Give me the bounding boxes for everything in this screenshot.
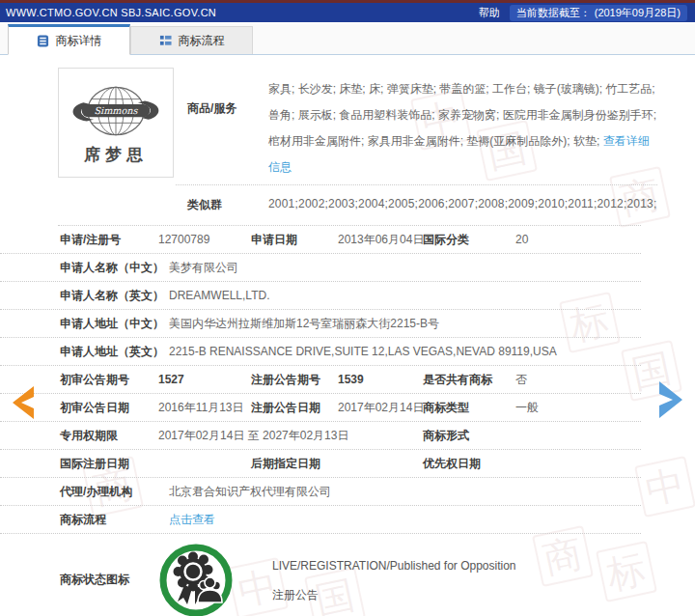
tab-label: 商标详情	[56, 33, 102, 49]
similar-group-label: 类似群	[176, 185, 268, 213]
shared-label: 是否共有商标	[423, 372, 515, 388]
intl-reg-date-label: 国际注册日期	[60, 456, 158, 472]
addr-cn-value: 美国内华达州拉斯维加斯12号室瑞丽森大街2215-B号	[158, 316, 641, 332]
logo-cn-text: 席梦思	[84, 144, 148, 166]
table-row: 初审公告期号 1527 注册公告期号 1539 是否共有商标 否	[0, 366, 641, 394]
applicant-cn-label: 申请人名称（中文）	[60, 260, 158, 276]
table-row: 专用权期限 2017年02月14日 至 2027年02月13日 商标形式	[0, 422, 641, 450]
site-urls: WWW.CTMO.GOV.CN SBJ.SAIC.GOV.CN	[6, 7, 216, 18]
tm-form-label: 商标形式	[423, 428, 515, 444]
reg-ann-date-value: 2017年02月14日	[338, 400, 423, 416]
list-bullets-icon	[159, 35, 172, 47]
tabbar: 商标详情 商标流程	[0, 24, 695, 55]
app-date-value: 2013年06月04日	[338, 232, 423, 248]
addr-cn-label: 申请人地址（中文）	[60, 316, 158, 332]
exclusive-label: 专用权期限	[60, 428, 158, 444]
reg-ann-no-label: 注册公告期号	[251, 372, 338, 388]
process-view-link[interactable]: 点击查看	[158, 512, 641, 528]
prelim-no-label: 初审公告期号	[60, 372, 158, 388]
data-as-of-date: (2019年09月28日)	[595, 6, 681, 20]
applicant-cn-value: 美梦有限公司	[158, 260, 641, 276]
table-row: 商标流程 点击查看	[0, 506, 641, 534]
topbar: WWW.CTMO.GOV.CN SBJ.SAIC.GOV.CN 帮助 当前数据截…	[0, 3, 695, 22]
tm-type-label: 商标类型	[423, 400, 515, 416]
trademark-logo: Simmons 席梦思	[58, 68, 174, 178]
goods-text: 家具; 长沙发; 床垫; 床; 弹簧床垫; 带盖的篮; 工作台; 镜子(玻璃镜)…	[268, 82, 656, 148]
goods-bottom-separator	[58, 213, 641, 226]
next-arrow-button[interactable]	[654, 378, 685, 422]
table-row: 申请/注册号 12700789 申请日期 2013年06月04日 国际分类 20	[0, 226, 641, 254]
intl-class-label: 国际分类	[423, 232, 515, 248]
content-area: 中 国 商 标 国 商 中 国 商 标 中	[0, 55, 695, 616]
process-label: 商标流程	[60, 512, 158, 528]
similar-group-value: 2001;2002;2003;2004;2005;2006;2007;2008;…	[268, 185, 657, 213]
prelim-date-label: 初审公告日期	[60, 400, 158, 416]
table-row: 申请人名称（英文） DREAMWELL,LTD.	[0, 282, 641, 310]
tm-type-value: 一般	[515, 400, 641, 416]
document-list-icon	[37, 35, 49, 47]
applicant-en-value: DREAMWELL,LTD.	[158, 289, 641, 302]
status-en-text: LIVE/REGISTRATION/Published for Oppositi…	[272, 551, 641, 580]
agent-label: 代理/办理机构	[60, 484, 158, 500]
addr-en-label: 申请人地址（英文）	[60, 344, 158, 360]
prev-arrow-button[interactable]	[8, 383, 37, 422]
applicant-en-label: 申请人名称（英文）	[60, 288, 158, 304]
data-date-pill: 当前数据截至： (2019年09月28日)	[510, 5, 687, 21]
reg-ann-no-value: 1539	[338, 373, 423, 386]
goods-label: 商品/服务	[176, 68, 268, 181]
tab-trademark-details[interactable]: 商标详情	[8, 24, 130, 55]
agent-value: 北京君合知识产权代理有限公司	[158, 484, 641, 500]
help-link[interactable]: 帮助	[479, 6, 500, 20]
tab-trademark-process[interactable]: 商标流程	[130, 26, 253, 54]
prelim-no-value: 1527	[158, 373, 251, 386]
data-as-of-label: 当前数据截至：	[516, 6, 591, 20]
reg-no-label: 申请/注册号	[60, 232, 158, 248]
table-row: 申请人地址（英文） 2215-B RENAISSANCE DRIVE,SUITE…	[0, 338, 641, 366]
reg-no-value: 12700789	[158, 233, 251, 246]
tab-label: 商标流程	[179, 33, 225, 49]
reg-ann-date-label: 注册公告日期	[251, 400, 338, 416]
table-row: 申请人名称（中文） 美梦有限公司	[0, 254, 641, 282]
shared-value: 否	[515, 372, 641, 388]
goods-section: Simmons 席梦思 商品/服务 家具; 长沙发; 床垫; 床; 弹簧床垫; …	[0, 55, 695, 213]
priority-label: 优先权日期	[423, 456, 515, 472]
table-row: 申请人地址（中文） 美国内华达州拉斯维加斯12号室瑞丽森大街2215-B号	[0, 310, 641, 338]
table-row: 初审公告日期 2016年11月13日 注册公告日期 2017年02月14日 商标…	[0, 394, 641, 422]
status-row: 商标状态图标	[0, 534, 641, 616]
logo-brand-text: Simmons	[94, 105, 138, 116]
status-badge-icon	[158, 543, 234, 616]
status-label: 商标状态图标	[60, 572, 158, 588]
table-row: 国际注册日期 后期指定日期 优先权日期	[0, 450, 641, 478]
table-row: 代理/办理机构 北京君合知识产权代理有限公司	[0, 478, 641, 506]
late-desig-label: 后期指定日期	[251, 456, 338, 472]
goods-value: 家具; 长沙发; 床垫; 床; 弹簧床垫; 带盖的篮; 工作台; 镜子(玻璃镜)…	[268, 68, 657, 181]
app-date-label: 申请日期	[251, 232, 338, 248]
status-cn-text: 注册公告	[272, 580, 641, 609]
simmons-globe-logo: Simmons	[65, 80, 167, 142]
intl-class-value: 20	[515, 233, 641, 246]
prelim-date-value: 2016年11月13日	[158, 400, 251, 416]
exclusive-value: 2017年02月14日 至 2027年02月13日	[158, 428, 423, 444]
addr-en-value: 2215-B RENAISSANCE DRIVE,SUITE 12,LAS VE…	[158, 345, 641, 358]
